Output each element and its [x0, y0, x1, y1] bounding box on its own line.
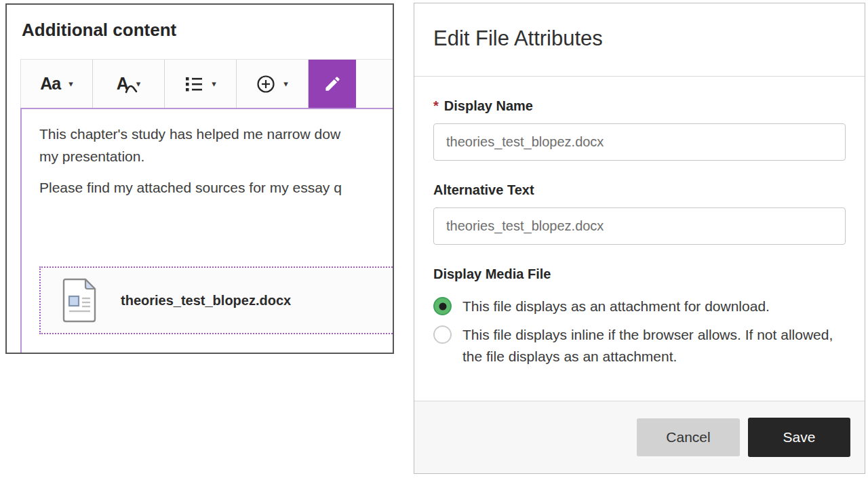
chevron-down-icon: ▾: [68, 79, 73, 89]
toolbar-filler: [356, 60, 394, 108]
pen-stroke-icon: [125, 83, 138, 94]
document-file-icon: [60, 278, 99, 323]
editor-text-line: Please find my attached sources for my e…: [39, 176, 394, 199]
dialog-footer: Cancel Save: [414, 401, 865, 473]
file-attachment[interactable]: theories_test_blopez.docx: [39, 266, 394, 334]
text-style-icon: A: [117, 75, 128, 92]
list-format-button[interactable]: ▾: [165, 60, 237, 108]
page-title: Additional content: [22, 20, 393, 41]
insert-content-button[interactable]: ▾: [237, 60, 309, 108]
radio-unselected-icon[interactable]: [433, 325, 452, 344]
chevron-down-icon: ▾: [212, 79, 216, 89]
text-style-button[interactable]: A ▾: [93, 60, 165, 108]
dialog-body: * Display Name Alternative Text Display …: [414, 98, 865, 367]
edit-attributes-button[interactable]: [309, 60, 356, 108]
radio-option-label: This file displays as an attachment for …: [462, 296, 770, 317]
save-button[interactable]: Save: [748, 418, 850, 457]
radio-option-attachment[interactable]: This file displays as an attachment for …: [433, 296, 846, 317]
alternative-text-input[interactable]: [433, 207, 846, 245]
cancel-button[interactable]: Cancel: [637, 418, 740, 456]
font-size-icon: Aa: [40, 75, 60, 92]
dialog-title: Edit File Attributes: [433, 26, 846, 51]
rich-text-editor: Aa ▾ A ▾: [20, 59, 394, 354]
display-name-input[interactable]: [433, 123, 846, 161]
radio-option-inline[interactable]: This file displays inline if the browser…: [433, 324, 846, 367]
alternative-text-label: Alternative Text: [433, 182, 846, 198]
display-media-file-label: Display Media File: [433, 266, 846, 282]
plus-circle-icon: [256, 75, 275, 94]
radio-option-label: This file displays inline if the browser…: [462, 324, 846, 367]
editor-text-area[interactable]: This chapter's study has helped me narro…: [20, 108, 394, 354]
chevron-down-icon: ▾: [283, 79, 288, 89]
radio-selected-icon[interactable]: [433, 297, 452, 315]
pencil-icon: [323, 75, 342, 93]
editor-toolbar: Aa ▾ A ▾: [20, 59, 394, 108]
dialog-header: Edit File Attributes: [414, 3, 865, 77]
display-name-label: * Display Name: [433, 98, 846, 114]
editor-text-line: This chapter's study has helped me narro…: [39, 123, 394, 145]
bullet-list-icon: [184, 76, 203, 92]
editor-text-line: my presentation.: [39, 145, 394, 167]
required-asterisk: *: [433, 98, 439, 114]
edit-file-attributes-dialog: Edit File Attributes * Display Name Alte…: [414, 3, 865, 474]
attachment-filename: theories_test_blopez.docx: [121, 293, 291, 308]
font-size-button[interactable]: Aa ▾: [21, 60, 93, 108]
additional-content-panel: Additional content Aa ▾ A ▾: [5, 3, 394, 354]
